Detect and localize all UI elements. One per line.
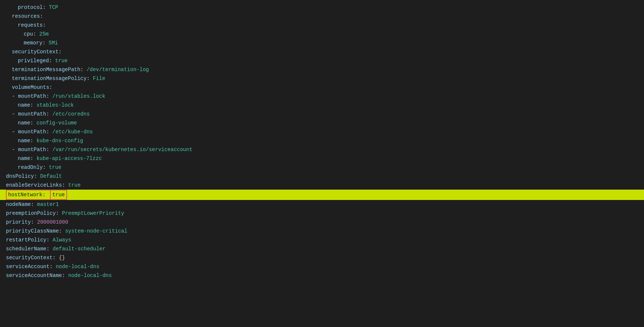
code-segment: node-local-dns	[56, 263, 99, 271]
code-segment: true	[51, 190, 67, 200]
code-segment: :	[59, 227, 65, 235]
code-line-1: protocol: TCP	[0, 3, 644, 12]
code-segment: serviceAccountName	[6, 271, 62, 280]
code-segment: securityContext	[12, 48, 59, 56]
code-line-30: serviceAccount: node-local-dns	[0, 262, 644, 271]
code-segment: enableServiceLinks	[6, 181, 62, 189]
code-line-19: readOnly: true	[0, 163, 644, 172]
code-segment: true	[68, 181, 81, 189]
code-segment: nodeName	[6, 200, 31, 208]
code-segment: mountPath	[18, 146, 46, 154]
code-segment: :	[31, 218, 37, 226]
code-line-21: enableServiceLinks: true	[0, 181, 644, 190]
code-segment: cpu	[24, 30, 33, 38]
code-segment: terminationMessagePolicy	[12, 74, 87, 83]
code-segment: :	[46, 245, 53, 253]
code-line-6: securityContext:	[0, 47, 644, 56]
code-segment: Default	[40, 172, 62, 180]
code-segment: /etc/kube-dns	[52, 128, 93, 136]
code-segment: name	[18, 101, 30, 109]
code-segment: true	[55, 57, 68, 65]
code-segment: terminationMessagePath	[12, 66, 80, 74]
code-segment: /var/run/secrets/kubernetes.io/serviceac…	[52, 146, 192, 154]
code-segment: name	[18, 119, 30, 127]
code-segment: readOnly	[18, 163, 43, 171]
code-segment: 2000001000	[37, 218, 68, 226]
code-segment: :	[46, 92, 52, 100]
code-segment: :	[59, 48, 62, 56]
code-line-29: securityContext: {}	[0, 253, 644, 262]
code-line-24: preemptionPolicy: PreemptLowerPriority	[0, 209, 644, 218]
code-line-15: - mountPath: /etc/kube-dns	[0, 127, 644, 136]
code-segment: TCP	[49, 3, 58, 11]
code-line-16: name: kube-dns-config	[0, 136, 644, 145]
code-segment: :	[34, 172, 40, 180]
code-segment: :	[30, 119, 37, 127]
code-segment: node-local-dns	[68, 271, 112, 280]
code-segment: :	[50, 263, 56, 271]
code-segment: memory	[24, 39, 42, 47]
code-segment: :	[40, 12, 43, 20]
code-segment: kube-api-access-7lzzc	[36, 154, 102, 163]
code-segment: 5Mi	[49, 39, 58, 47]
code-segment: mountPath	[18, 92, 46, 100]
code-line-25: priority: 2000001000	[0, 218, 644, 227]
code-line-7: privileged: true	[0, 56, 644, 65]
code-segment: :	[42, 39, 49, 47]
code-segment: Always	[53, 236, 71, 244]
code-line-8: terminationMessagePath: /dev/termination…	[0, 65, 644, 74]
code-line-3: requests:	[0, 21, 644, 30]
code-line-31: serviceAccountName: node-local-dns	[0, 271, 644, 280]
code-segment: -	[12, 92, 18, 100]
code-segment: default-scheduler	[53, 245, 106, 253]
code-segment: :	[49, 83, 52, 91]
code-segment: :	[46, 128, 52, 136]
code-segment: :	[56, 209, 62, 217]
code-segment: :	[62, 181, 68, 189]
code-segment: protocol	[18, 3, 43, 11]
code-line-28: schedulerName: default-scheduler	[0, 244, 644, 253]
code-line-17: - mountPath: /var/run/secrets/kubernetes…	[0, 145, 644, 154]
code-segment: 25m	[39, 30, 49, 38]
code-segment: true	[49, 163, 62, 171]
code-line-18: name: kube-api-access-7lzzc	[0, 154, 644, 163]
code-segment: restartPolicy	[6, 236, 46, 244]
code-line-5: memory: 5Mi	[0, 39, 644, 47]
code-segment: :	[87, 74, 93, 83]
code-segment: {}	[59, 254, 65, 262]
code-segment: :	[43, 3, 49, 11]
code-line-26: priorityClassName: system-node-critical	[0, 227, 644, 236]
code-segment: resources	[12, 12, 40, 20]
code-segment: :	[49, 57, 55, 65]
code-container: protocol: TCPresources:requests:cpu: 25m…	[0, 0, 644, 327]
code-segment: name	[18, 154, 30, 163]
code-segment: preemptionPolicy	[6, 209, 56, 217]
code-line-22: hostNetwork: true	[0, 190, 644, 200]
code-segment: File	[93, 74, 105, 83]
code-line-10: volumeMounts:	[0, 83, 644, 92]
code-segment: :	[62, 271, 68, 280]
code-segment: hostNetwork:	[6, 190, 51, 200]
code-segment: xtables-lock	[36, 101, 74, 109]
code-segment: :	[31, 200, 37, 208]
code-segment: dnsPolicy	[6, 172, 34, 180]
code-segment: :	[30, 137, 37, 145]
code-segment: -	[12, 146, 18, 154]
code-line-2: resources:	[0, 12, 644, 21]
code-segment: name	[18, 137, 30, 145]
code-segment: config-volume	[36, 119, 77, 127]
code-segment: /run/xtables.lock	[52, 92, 105, 100]
code-segment: requests	[18, 21, 43, 29]
code-segment: mountPath	[18, 110, 46, 118]
code-segment: :	[80, 66, 87, 74]
code-segment: volumeMounts	[12, 83, 49, 91]
code-line-12: name: xtables-lock	[0, 101, 644, 110]
code-segment: schedulerName	[6, 245, 46, 253]
code-segment: :	[33, 30, 39, 38]
code-line-20: dnsPolicy: Default	[0, 172, 644, 181]
code-segment: /dev/termination-log	[87, 66, 149, 74]
code-segment: priority	[6, 218, 31, 226]
code-segment: :	[43, 163, 49, 171]
code-line-23: nodeName: master1	[0, 200, 644, 209]
code-segment: -	[12, 128, 18, 136]
